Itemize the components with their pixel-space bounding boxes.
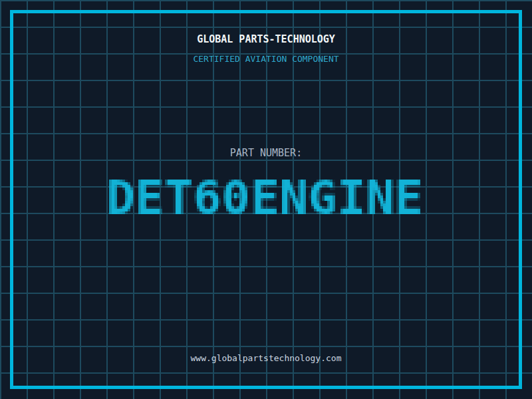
company-title: GLOBAL PARTS-TECHNOLOGY — [0, 33, 532, 45]
part-number-display — [104, 164, 428, 227]
blueprint-card: GLOBAL PARTS-TECHNOLOGY CERTIFIED AVIATI… — [0, 0, 532, 399]
certification-subtitle: CERTIFIED AVIATION COMPONENT — [0, 54, 532, 64]
part-number-label: PART NUMBER: — [0, 147, 532, 159]
website-url: www.globalpartstechnology.com — [0, 353, 532, 363]
